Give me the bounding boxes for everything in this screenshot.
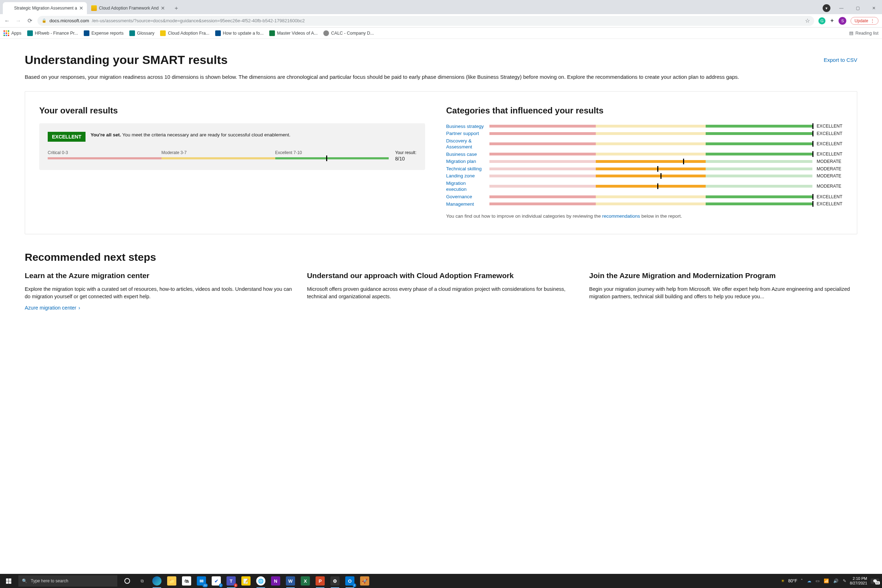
category-score-marker bbox=[657, 183, 658, 189]
page-title: Understanding your SMART results bbox=[25, 53, 228, 67]
bookmark-item[interactable]: CALC - Company D... bbox=[323, 30, 374, 36]
new-tab-button[interactable]: ＋ bbox=[171, 3, 181, 13]
category-bar bbox=[489, 125, 812, 128]
category-bar bbox=[489, 168, 812, 170]
chevron-right-icon: › bbox=[78, 305, 80, 310]
page-viewport[interactable]: Understanding your SMART results Export … bbox=[0, 39, 882, 574]
reading-list-icon: ▤ bbox=[849, 30, 854, 36]
bookmark-item[interactable]: HRweb - Finance Pr... bbox=[27, 30, 78, 36]
bookmarks-bar: Apps HRweb - Finance Pr...Expense report… bbox=[0, 28, 882, 39]
category-row: Discovery & AssessmentEXCELLENT bbox=[446, 138, 843, 150]
browser-tab-strip: Strategic Migration Assessment a ✕ Cloud… bbox=[0, 0, 882, 14]
bookmark-item[interactable]: Cloud Adoption Fra... bbox=[160, 30, 209, 36]
category-score-marker bbox=[812, 141, 813, 147]
export-csv-link[interactable]: Export to CSV bbox=[824, 57, 857, 63]
category-bar bbox=[489, 153, 812, 156]
minimize-button[interactable]: — bbox=[836, 6, 847, 10]
overall-badge: EXCELLENT bbox=[48, 132, 86, 142]
address-bar[interactable]: 🔒 docs.microsoft.com/en-us/assessments/?… bbox=[38, 16, 814, 26]
reading-list-button[interactable]: ▤ Reading list bbox=[849, 30, 879, 36]
grammarly-extension-icon[interactable]: G bbox=[818, 17, 825, 24]
account-indicator-icon[interactable]: ▾ bbox=[823, 4, 830, 12]
category-row: Landing zoneMODERATE bbox=[446, 173, 843, 179]
category-link[interactable]: Migration execution bbox=[446, 180, 485, 193]
category-link[interactable]: Governance bbox=[446, 194, 485, 200]
category-level: EXCELLENT bbox=[817, 201, 843, 206]
overall-summary-text: You're all set. You meet the criteria ne… bbox=[90, 132, 291, 138]
overall-scale: Critical 0-3 Moderate 3-7 Excellent 7-10… bbox=[48, 150, 417, 162]
browser-tab-active[interactable]: Strategic Migration Assessment a ✕ bbox=[3, 2, 87, 14]
next-step-title: Learn at the Azure migration center bbox=[25, 271, 293, 280]
bookmark-item[interactable]: Master Videos of A... bbox=[269, 30, 318, 36]
close-tab-icon[interactable]: ✕ bbox=[161, 5, 165, 11]
category-level: EXCELLENT bbox=[817, 124, 843, 129]
close-window-button[interactable]: ✕ bbox=[868, 6, 879, 10]
bookmark-favicon bbox=[27, 30, 33, 36]
ms-favicon bbox=[6, 5, 12, 11]
kebab-icon: ⋮ bbox=[870, 18, 874, 23]
category-score-marker bbox=[657, 166, 658, 172]
category-score-marker bbox=[683, 159, 684, 164]
reload-button[interactable]: ⟳ bbox=[26, 17, 33, 24]
category-row: Technical skillingMODERATE bbox=[446, 166, 843, 172]
category-link[interactable]: Business case bbox=[446, 151, 485, 158]
url-path: /en-us/assessments/?source=docs&mode=gui… bbox=[92, 18, 304, 23]
category-bar bbox=[489, 132, 812, 135]
browser-tab-inactive[interactable]: Cloud Adoption Framework And ✕ bbox=[88, 2, 168, 14]
bookmark-item[interactable]: Expense reports bbox=[84, 30, 124, 36]
apps-shortcut[interactable]: Apps bbox=[3, 30, 21, 36]
bookmark-item[interactable]: How to update a fo... bbox=[215, 30, 264, 36]
url-host: docs.microsoft.com bbox=[50, 18, 89, 23]
category-link[interactable]: Migration plan bbox=[446, 158, 485, 165]
back-button[interactable]: ← bbox=[3, 18, 10, 24]
category-score-marker bbox=[812, 201, 813, 207]
category-score-marker bbox=[812, 131, 813, 136]
overall-score-marker bbox=[326, 156, 327, 161]
categories-note: You can find out how to improve on indiv… bbox=[446, 213, 843, 220]
category-row: GovernanceEXCELLENT bbox=[446, 194, 843, 200]
category-link[interactable]: Discovery & Assessment bbox=[446, 138, 485, 150]
update-chrome-button[interactable]: Update⋮ bbox=[850, 17, 879, 25]
recommendations-link[interactable]: recommendations bbox=[602, 213, 640, 219]
category-row: Partner supportEXCELLENT bbox=[446, 130, 843, 137]
category-row: Business caseEXCELLENT bbox=[446, 151, 843, 158]
next-step-column: Understand our approach with Cloud Adopt… bbox=[307, 271, 575, 311]
next-step-body: Explore the migration topic with a curat… bbox=[25, 285, 293, 301]
category-row: Business strategyEXCELLENT bbox=[446, 123, 843, 130]
category-link[interactable]: Partner support bbox=[446, 130, 485, 137]
category-link[interactable]: Business strategy bbox=[446, 123, 485, 130]
category-bar bbox=[489, 202, 812, 205]
next-step-column: Learn at the Azure migration centerExplo… bbox=[25, 271, 293, 311]
profile-avatar[interactable]: S bbox=[838, 17, 846, 25]
next-step-link[interactable]: Azure migration center › bbox=[25, 305, 80, 310]
close-tab-icon[interactable]: ✕ bbox=[79, 5, 83, 11]
overall-results-heading: Your overall results bbox=[39, 106, 425, 116]
category-link[interactable]: Technical skilling bbox=[446, 166, 485, 172]
scale-excellent-label: Excellent 7-10 bbox=[275, 150, 389, 155]
category-level: EXCELLENT bbox=[817, 194, 843, 199]
your-result: Your result: 8/10 bbox=[395, 150, 416, 162]
category-row: Migration planMODERATE bbox=[446, 158, 843, 165]
next-step-body: Microsoft offers proven guidance across … bbox=[307, 285, 575, 301]
window-controls: ▾ — ▢ ✕ bbox=[823, 4, 882, 12]
extensions-icon[interactable]: ✦ bbox=[830, 17, 834, 24]
apps-grid-icon bbox=[3, 30, 9, 36]
category-score-marker bbox=[812, 123, 813, 129]
maximize-button[interactable]: ▢ bbox=[852, 6, 863, 10]
next-step-title: Join the Azure Migration and Modernizati… bbox=[589, 271, 857, 280]
lock-icon: 🔒 bbox=[42, 18, 46, 23]
tab-title: Strategic Migration Assessment a bbox=[14, 6, 77, 10]
bookmark-item[interactable]: Glossary bbox=[129, 30, 154, 36]
results-card: Your overall results EXCELLENT You're al… bbox=[25, 91, 857, 235]
bookmark-star-icon[interactable]: ☆ bbox=[805, 17, 810, 24]
category-link[interactable]: Management bbox=[446, 201, 485, 207]
category-level: MODERATE bbox=[817, 159, 843, 164]
bookmark-favicon bbox=[160, 30, 166, 36]
intro-paragraph: Based on your responses, your migration … bbox=[25, 73, 857, 81]
category-level: MODERATE bbox=[817, 184, 843, 189]
next-step-body: Begin your migration journey with help f… bbox=[589, 285, 857, 301]
bookmark-favicon bbox=[323, 30, 329, 36]
category-link[interactable]: Landing zone bbox=[446, 173, 485, 179]
forward-button[interactable]: → bbox=[15, 18, 22, 24]
bookmark-favicon bbox=[215, 30, 221, 36]
